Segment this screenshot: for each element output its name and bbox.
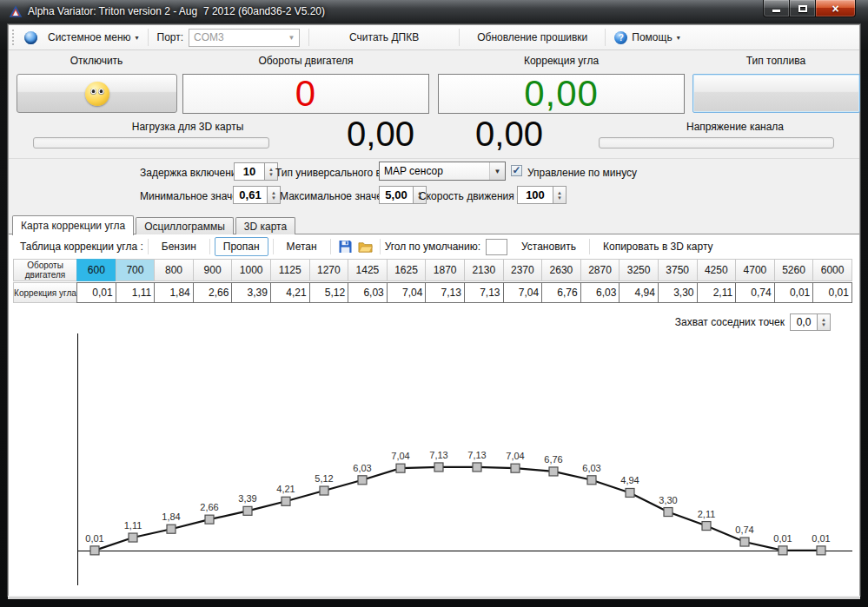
rpm-cell[interactable]: 3750 <box>658 259 698 281</box>
toolbar-grip[interactable] <box>12 30 16 45</box>
speed-spinner[interactable]: 100 ▲▼ <box>517 186 567 204</box>
chart-point[interactable] <box>587 476 596 485</box>
read-dpkv-button[interactable]: Считать ДПКВ <box>313 28 455 47</box>
port-value: COM3 <box>194 31 224 43</box>
correction-cell[interactable]: 7,04 <box>387 282 427 303</box>
correction-cell[interactable]: 5,12 <box>309 282 349 303</box>
correction-cell[interactable]: 0,74 <box>735 282 775 303</box>
rpm-cell[interactable]: 1270 <box>309 259 349 281</box>
chart-point[interactable] <box>320 486 328 495</box>
set-button[interactable]: Установить <box>513 237 585 256</box>
rpm-cell[interactable]: 1125 <box>270 259 310 281</box>
chart-point[interactable] <box>664 508 673 517</box>
minus-control-checkbox[interactable]: ✓ <box>511 165 522 176</box>
capture-points-spinner[interactable]: 0,0 ▲▼ <box>790 313 831 331</box>
rpm-cell[interactable]: 1000 <box>231 259 271 281</box>
rpm-cell[interactable]: 900 <box>193 259 233 281</box>
rpm-cell[interactable]: 2130 <box>464 259 504 281</box>
correction-cell[interactable]: 0,01 <box>774 282 814 303</box>
correction-cell[interactable]: 7,04 <box>503 282 543 303</box>
fuel-propane-button[interactable]: Пропан <box>215 237 268 256</box>
chart-point[interactable] <box>282 497 290 505</box>
chart-point[interactable] <box>511 464 520 472</box>
correction-cell[interactable]: 6,03 <box>348 282 388 303</box>
chart-point[interactable] <box>779 546 787 555</box>
correction-cell[interactable]: 2,11 <box>697 282 737 303</box>
save-icon[interactable] <box>338 240 353 254</box>
min-spinner[interactable]: 0,61 ▲▼ <box>233 186 281 204</box>
chart-point[interactable] <box>740 538 749 546</box>
disable-button[interactable] <box>17 74 177 113</box>
correction-cell[interactable]: 4,94 <box>619 282 659 303</box>
input-type-select[interactable]: MAP сенсор ▼ <box>379 162 506 181</box>
default-angle-input[interactable] <box>486 239 507 255</box>
chart-point[interactable] <box>549 467 558 476</box>
correction-cell[interactable]: 3,30 <box>658 282 698 303</box>
correction-cell[interactable]: 2,66 <box>193 282 233 303</box>
rpm-cell[interactable]: 6000 <box>812 259 852 281</box>
chart-point[interactable] <box>90 546 99 555</box>
fuel-petrol-button[interactable]: Бензин <box>153 237 205 256</box>
rpm-cell[interactable]: 1425 <box>348 259 388 281</box>
capture-points-value[interactable]: 0,0 <box>790 313 818 331</box>
chart-point[interactable] <box>167 525 176 533</box>
rpm-cell[interactable]: 2370 <box>503 259 543 281</box>
rpm-cell[interactable]: 1625 <box>387 259 427 281</box>
rpm-cell[interactable]: 600 <box>76 259 116 281</box>
delay-spinner[interactable]: 10 ▲▼ <box>234 162 278 181</box>
tab-oscillograms[interactable]: Осциллограммы <box>136 217 234 234</box>
copy-to-3d-button[interactable]: Копировать в 3D карту <box>594 237 722 256</box>
spinner-arrows-icon[interactable]: ▲▼ <box>553 186 567 204</box>
correction-cell[interactable]: 3,39 <box>231 282 271 303</box>
rpm-cell[interactable]: 4700 <box>735 259 775 281</box>
correction-cell[interactable]: 0,01 <box>76 282 116 303</box>
max-value[interactable]: 5,00 <box>379 186 414 204</box>
spinner-arrows-icon[interactable]: ▲▼ <box>818 313 831 331</box>
rpm-cell[interactable]: 5260 <box>774 259 814 281</box>
chart-point[interactable] <box>129 533 137 542</box>
rpm-cell[interactable]: 2630 <box>541 259 581 281</box>
correction-cell[interactable]: 1,11 <box>116 282 156 303</box>
fuel-methane-button[interactable]: Метан <box>278 237 326 256</box>
maximize-button[interactable] <box>790 0 815 17</box>
table-header-row: Обороты двигателя 6007008009001000112512… <box>13 259 852 281</box>
correction-cell[interactable]: 0,01 <box>812 282 852 303</box>
close-button[interactable]: × <box>815 0 856 17</box>
titlebar[interactable]: Alpha Variator: Triton version 2 - Aug 7… <box>0 0 868 24</box>
rpm-cell[interactable]: 800 <box>154 259 194 281</box>
spinner-arrows-icon[interactable]: ▲▼ <box>268 186 281 204</box>
window-bottom-edge[interactable] <box>8 596 860 599</box>
correction-cell[interactable]: 4,21 <box>270 282 310 303</box>
chart-point[interactable] <box>473 463 481 472</box>
chart-point[interactable] <box>205 515 214 524</box>
rpm-cell[interactable]: 2870 <box>580 259 620 281</box>
correction-cell[interactable]: 6,03 <box>580 282 620 303</box>
chart-point[interactable] <box>243 506 252 515</box>
chart-point[interactable] <box>396 464 405 472</box>
tab-3d-map[interactable]: 3D карта <box>235 217 295 234</box>
system-menu[interactable]: Системное меню ▾ <box>43 28 144 47</box>
chart-point[interactable] <box>358 476 367 485</box>
help-menu[interactable]: ? Помощь ▾ <box>609 28 685 47</box>
chart-point[interactable] <box>702 522 711 531</box>
firmware-update-button[interactable]: Обновление прошивки <box>463 28 601 47</box>
correction-cell[interactable]: 7,13 <box>425 282 465 303</box>
chart-point[interactable] <box>434 463 443 472</box>
minimize-button[interactable] <box>763 0 790 17</box>
port-select[interactable]: COM3 ▼ <box>189 29 300 47</box>
open-folder-icon[interactable] <box>358 240 373 254</box>
delay-value[interactable]: 10 <box>234 162 265 181</box>
correction-cell[interactable]: 6,76 <box>541 282 581 303</box>
rpm-cell[interactable]: 3250 <box>619 259 659 281</box>
rpm-cell[interactable]: 4250 <box>697 259 737 281</box>
rpm-cell[interactable]: 700 <box>116 259 156 281</box>
speed-value[interactable]: 100 <box>517 186 553 204</box>
chart-point[interactable] <box>626 488 634 497</box>
correction-cell[interactable]: 7,13 <box>464 282 504 303</box>
rpm-cell[interactable]: 1870 <box>425 259 465 281</box>
chart-point[interactable] <box>817 546 825 555</box>
min-value[interactable]: 0,61 <box>233 186 268 204</box>
correction-cell[interactable]: 1,84 <box>154 282 194 303</box>
fuel-type-button[interactable] <box>692 74 860 113</box>
tab-correction-map[interactable]: Карта коррекции угла <box>12 215 134 235</box>
